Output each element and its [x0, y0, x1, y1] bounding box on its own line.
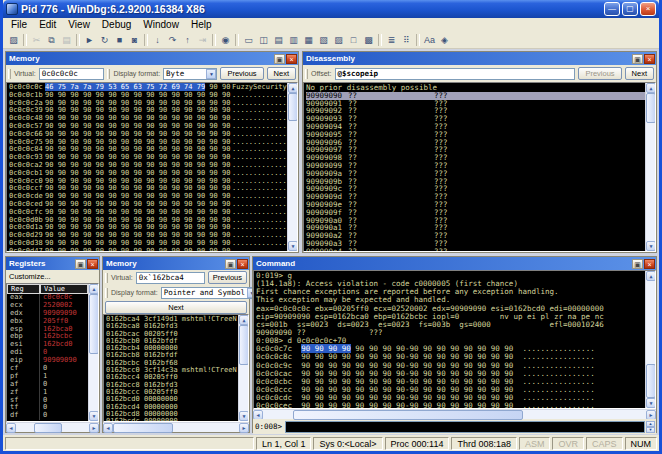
scroll-down-icon[interactable]: ▼ — [89, 411, 99, 421]
step-over-icon[interactable]: ↷ — [165, 33, 180, 47]
horizontal-scrollbar[interactable]: ◄ ► — [6, 422, 99, 432]
restart-icon[interactable]: ↻ — [97, 33, 112, 47]
close-icon[interactable]: × — [644, 54, 655, 64]
open-source-file-icon[interactable]: ▨ — [6, 33, 21, 47]
paste-icon[interactable]: ▤ — [59, 33, 74, 47]
assembly-options-icon[interactable]: ⠿ — [399, 33, 414, 47]
memory-row[interactable]: 0162bcdc 00000000 — [106, 418, 238, 421]
menu-item[interactable]: Window — [137, 18, 185, 32]
previous-button[interactable]: Previous — [208, 271, 247, 284]
virtual-address-input[interactable]: 0c0c0c0c — [39, 68, 105, 80]
separator[interactable] — [378, 34, 382, 46]
close-icon[interactable]: × — [644, 259, 655, 269]
dock-icon[interactable]: ▣ — [632, 259, 643, 269]
toolbar-gripper[interactable] — [107, 69, 110, 79]
copy-icon[interactable]: ⧉ — [44, 33, 59, 47]
scroll-down-icon[interactable]: ▼ — [288, 241, 298, 251]
toolbar-gripper[interactable] — [105, 288, 108, 298]
register-row[interactable]: zf 1 — [7, 389, 88, 397]
scroll-right-icon[interactable]: ► — [89, 423, 99, 433]
register-row[interactable]: cf 0 — [7, 365, 88, 373]
locals-window-icon[interactable]: ▤ — [271, 33, 286, 47]
menu-item[interactable]: View — [62, 18, 96, 32]
vertical-scrollbar[interactable]: ▲ ▼ — [645, 83, 655, 251]
memory-row[interactable]: 0c0c0d47 90 90 90 90 90 90 90 90 90 90 9… — [9, 248, 287, 251]
memory-window-icon[interactable]: ▦ — [301, 33, 316, 47]
step-into-icon[interactable]: ↓ — [150, 33, 165, 47]
source-mode-icon[interactable]: ≣ — [384, 33, 399, 47]
next-button[interactable]: Next — [105, 301, 247, 314]
horizontal-scrollbar[interactable]: ◄ ► — [253, 409, 656, 419]
dock-icon[interactable]: ▣ — [274, 54, 285, 64]
scroll-up-icon[interactable]: ▲ — [288, 83, 298, 93]
display-format-select[interactable]: Pointer and Symbol ▼ — [161, 287, 258, 299]
scroll-up-icon[interactable]: ▲ — [646, 271, 656, 281]
maximize-button[interactable]: ▢ — [622, 2, 638, 16]
separator[interactable] — [235, 34, 239, 46]
menu-item[interactable]: File — [5, 18, 33, 32]
close-icon[interactable]: × — [87, 259, 98, 269]
dock-icon[interactable]: ▣ — [225, 259, 236, 269]
register-row[interactable]: eip 90909090 — [7, 357, 88, 365]
scroll-down-icon[interactable]: ▼ — [646, 398, 656, 408]
separator[interactable] — [76, 34, 80, 46]
register-row[interactable]: df 0 — [7, 412, 88, 420]
scroll-right-icon[interactable]: ► — [239, 423, 249, 433]
vertical-scrollbar[interactable]: ▲ ▼ — [238, 315, 248, 421]
command-window-icon[interactable]: ▭ — [241, 33, 256, 47]
separator[interactable] — [416, 34, 420, 46]
menu-item[interactable]: Edit — [33, 18, 62, 32]
run-to-cursor-icon[interactable]: ⇥ — [195, 33, 210, 47]
vertical-scrollbar[interactable]: ▲ ▼ — [88, 284, 98, 421]
history-spinner[interactable]: ▲ ▼ — [646, 421, 655, 433]
scroll-up-icon[interactable]: ▲ — [239, 315, 249, 325]
horizontal-scrollbar[interactable]: ◄ ► — [103, 422, 249, 432]
call-stack-window-icon[interactable]: ▧ — [316, 33, 331, 47]
toolbar-gripper[interactable] — [105, 273, 108, 283]
vertical-scrollbar[interactable]: ▲ ▼ — [287, 83, 297, 251]
chevron-down-icon[interactable]: ▼ — [206, 69, 216, 79]
font-icon[interactable]: Aa — [422, 33, 437, 47]
separator[interactable] — [212, 34, 216, 46]
disassembly-row[interactable]: 909090a4 ?? ??? — [306, 248, 645, 251]
scroll-left-icon[interactable]: ◄ — [103, 423, 113, 433]
menu-item[interactable]: Help — [185, 18, 218, 32]
offset-input[interactable]: @$scopeip — [335, 68, 576, 80]
command-input[interactable] — [285, 421, 645, 433]
scroll-up-icon[interactable]: ▲ — [646, 83, 656, 93]
scroll-up-icon[interactable]: ▲ — [89, 284, 99, 294]
disassembly-window-icon[interactable]: ▨ — [331, 33, 346, 47]
close-icon[interactable]: × — [237, 259, 248, 269]
toolbar-gripper[interactable] — [305, 69, 308, 79]
close-icon[interactable]: × — [286, 54, 297, 64]
vertical-scrollbar[interactable]: ▲ ▼ — [645, 271, 655, 408]
stop-debugging-icon[interactable]: ■ — [112, 33, 127, 47]
register-row[interactable]: sf 0 — [7, 397, 88, 405]
display-format-select[interactable]: Byte ▼ — [163, 68, 217, 80]
options-icon[interactable]: ◈ — [437, 33, 452, 47]
registers-window-icon[interactable]: ▥ — [286, 33, 301, 47]
previous-button[interactable]: Previous — [578, 67, 621, 80]
dock-icon[interactable]: ▣ — [632, 54, 643, 64]
minimize-button[interactable]: — — [604, 2, 620, 16]
dock-icon[interactable]: ▣ — [75, 259, 86, 269]
toolbar-gripper[interactable] — [8, 69, 11, 79]
spin-down-icon[interactable]: ▼ — [646, 427, 655, 433]
next-button[interactable]: Next — [267, 67, 296, 80]
scroll-down-icon[interactable]: ▼ — [239, 411, 249, 421]
register-row[interactable]: tf 0 — [7, 404, 88, 412]
insert-breakpoint-icon[interactable]: ◉ — [218, 33, 233, 47]
customize-button[interactable]: Customize... — [6, 270, 99, 283]
register-row[interactable]: af 0 — [7, 381, 88, 389]
previous-button[interactable]: Previous — [220, 67, 263, 80]
go-icon[interactable]: ► — [82, 33, 97, 47]
next-button[interactable]: Next — [625, 67, 654, 80]
close-button[interactable]: × — [640, 2, 656, 16]
scroll-left-icon[interactable]: ◄ — [6, 423, 16, 433]
separator[interactable] — [144, 34, 148, 46]
cut-icon[interactable]: ✂ — [29, 33, 44, 47]
watch-window-icon[interactable]: ◫ — [256, 33, 271, 47]
step-out-icon[interactable]: ↑ — [180, 33, 195, 47]
virtual-address-input[interactable]: 0x`162bca4 — [136, 272, 205, 284]
separator[interactable] — [23, 34, 27, 46]
